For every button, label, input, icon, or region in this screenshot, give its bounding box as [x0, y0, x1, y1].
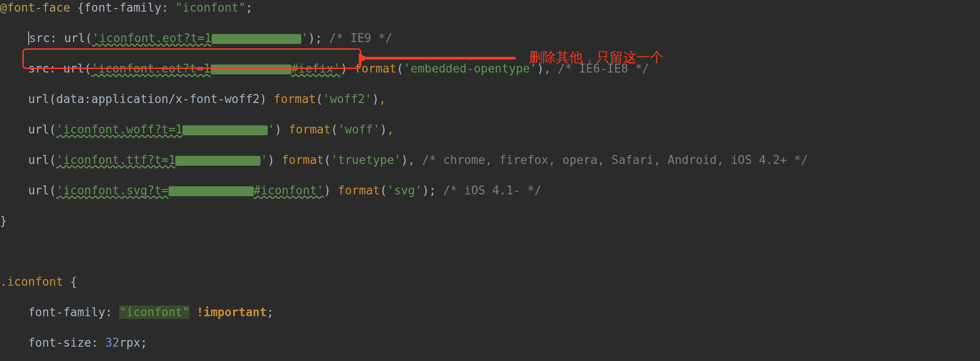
string: 'iconfont.eot?t=1: [91, 62, 211, 75]
string: 'iconfont.svg?t=: [56, 184, 168, 197]
redacted: [212, 34, 301, 44]
comment: /* iOS 4.1- */: [436, 184, 542, 197]
redacted: [169, 186, 254, 196]
format-keyword: format: [355, 62, 397, 75]
code-line: url(data:application/x-font-woff2) forma…: [0, 91, 980, 107]
comment: /* chrome, firefox, opera, Safari, Andro…: [415, 153, 808, 167]
code-line: @font-face {font-family: "iconfont";: [0, 0, 980, 15]
at-rule: @font-face: [0, 1, 70, 14]
string: 'iconfont.ttf?t=1: [56, 153, 175, 167]
format-keyword: format: [289, 123, 331, 136]
code-line: src: url('iconfont.eot?t=1#iefix') forma…: [0, 61, 980, 76]
code-line: .iconfont {: [0, 274, 980, 289]
redacted: [175, 156, 260, 166]
property: src: [29, 31, 50, 45]
string: 'embedded-opentype': [403, 62, 537, 75]
string: 'iconfont.eot?t=1: [92, 31, 212, 45]
string: "iconfont": [175, 1, 246, 14]
code-line: }: [0, 213, 980, 228]
code-editor[interactable]: @font-face {font-family: "iconfont"; src…: [0, 0, 980, 361]
data-uri: data:application/x-font-woff2: [56, 92, 260, 106]
code-line: src: url('iconfont.eot?t=1'); /* IE9 */: [0, 30, 980, 46]
annotation-text: 删除其他，只留这一个: [529, 48, 663, 67]
string: 'woff': [338, 123, 380, 136]
code-line: url('iconfont.woff?t=1') format('woff'),: [0, 122, 980, 137]
format-keyword: format: [274, 92, 316, 106]
string: 'truetype': [331, 153, 401, 167]
selector: iconfont: [7, 275, 63, 288]
property: src: [28, 62, 49, 75]
number: 32: [105, 336, 119, 349]
redacted: [182, 125, 268, 135]
string: 'svg': [387, 184, 422, 197]
property: font-family: [28, 305, 105, 319]
code-line: url('iconfont.svg?t=#iconfont') format('…: [0, 183, 980, 198]
comment: /* IE9 */: [322, 31, 393, 45]
string: "iconfont": [119, 305, 190, 319]
brace-open: {: [70, 1, 84, 14]
code-line: url('iconfont.ttf?t=1') format('truetype…: [0, 152, 980, 168]
blank-line: [0, 244, 980, 259]
code-line: font-family: "iconfont" !important;: [0, 305, 980, 320]
format-keyword: format: [282, 153, 324, 167]
property: font-size: [28, 336, 91, 349]
brace-close: }: [0, 214, 7, 228]
string: 'iconfont.woff?t=1: [56, 123, 182, 136]
redacted: [211, 64, 291, 74]
string: 'woff2': [323, 92, 372, 106]
important-keyword: !important: [196, 305, 267, 319]
property: font-family: [84, 1, 161, 14]
code-line: font-size: 32rpx;: [0, 335, 980, 350]
format-keyword: format: [338, 184, 380, 197]
